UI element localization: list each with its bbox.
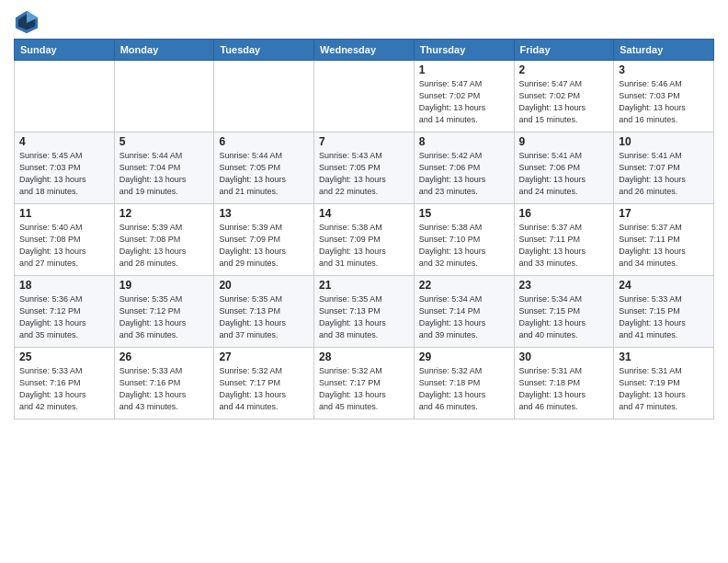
day-number: 9 [519,135,609,148]
weekday-sunday: Sunday [15,40,115,61]
calendar-cell: 27Sunrise: 5:32 AM Sunset: 7:17 PM Dayli… [214,348,314,419]
weekday-tuesday: Tuesday [214,40,314,61]
day-number: 7 [319,135,409,148]
day-number: 26 [119,350,210,363]
calendar-cell: 15Sunrise: 5:38 AM Sunset: 7:10 PM Dayli… [414,204,514,276]
day-info: Sunrise: 5:35 AM Sunset: 7:13 PM Dayligh… [219,293,309,341]
calendar-cell: 8Sunrise: 5:42 AM Sunset: 7:06 PM Daylig… [414,132,514,204]
day-info: Sunrise: 5:32 AM Sunset: 7:18 PM Dayligh… [419,365,509,413]
calendar-cell: 6Sunrise: 5:44 AM Sunset: 7:05 PM Daylig… [214,132,314,204]
calendar-cell: 2Sunrise: 5:47 AM Sunset: 7:02 PM Daylig… [514,61,614,132]
day-number: 23 [519,279,609,292]
day-info: Sunrise: 5:36 AM Sunset: 7:12 PM Dayligh… [19,293,109,341]
day-number: 1 [419,63,509,76]
day-number: 5 [119,135,210,148]
calendar-cell: 22Sunrise: 5:34 AM Sunset: 7:14 PM Dayli… [414,276,514,348]
day-number: 29 [419,350,509,363]
week-row-3: 18Sunrise: 5:36 AM Sunset: 7:12 PM Dayli… [15,276,714,348]
calendar-cell: 9Sunrise: 5:41 AM Sunset: 7:06 PM Daylig… [514,132,614,204]
day-number: 4 [19,135,109,148]
calendar-cell: 10Sunrise: 5:41 AM Sunset: 7:07 PM Dayli… [614,132,714,204]
calendar-cell: 17Sunrise: 5:37 AM Sunset: 7:11 PM Dayli… [614,204,714,276]
calendar-cell: 21Sunrise: 5:35 AM Sunset: 7:13 PM Dayli… [314,276,415,348]
calendar-cell: 18Sunrise: 5:36 AM Sunset: 7:12 PM Dayli… [15,276,115,348]
day-number: 20 [219,279,309,292]
week-row-2: 11Sunrise: 5:40 AM Sunset: 7:08 PM Dayli… [15,204,714,276]
day-info: Sunrise: 5:39 AM Sunset: 7:08 PM Dayligh… [119,222,210,270]
day-info: Sunrise: 5:34 AM Sunset: 7:14 PM Dayligh… [419,293,509,341]
calendar-cell: 31Sunrise: 5:31 AM Sunset: 7:19 PM Dayli… [614,348,714,419]
day-number: 14 [319,207,409,220]
calendar-cell [314,61,415,132]
day-info: Sunrise: 5:37 AM Sunset: 7:11 PM Dayligh… [519,222,609,270]
weekday-wednesday: Wednesday [314,40,415,61]
day-info: Sunrise: 5:34 AM Sunset: 7:15 PM Dayligh… [519,293,609,341]
day-number: 22 [419,279,509,292]
calendar-cell: 13Sunrise: 5:39 AM Sunset: 7:09 PM Dayli… [214,204,314,276]
day-info: Sunrise: 5:38 AM Sunset: 7:10 PM Dayligh… [419,222,509,270]
week-row-0: 1Sunrise: 5:47 AM Sunset: 7:02 PM Daylig… [15,61,714,132]
logo [14,9,43,35]
day-number: 19 [119,279,210,292]
day-info: Sunrise: 5:39 AM Sunset: 7:09 PM Dayligh… [219,222,309,270]
calendar-cell: 7Sunrise: 5:43 AM Sunset: 7:05 PM Daylig… [314,132,415,204]
day-info: Sunrise: 5:43 AM Sunset: 7:05 PM Dayligh… [319,150,409,198]
calendar-cell: 14Sunrise: 5:38 AM Sunset: 7:09 PM Dayli… [314,204,415,276]
day-number: 28 [319,350,409,363]
day-number: 31 [619,350,709,363]
day-number: 2 [519,63,609,76]
calendar-cell: 26Sunrise: 5:33 AM Sunset: 7:16 PM Dayli… [114,348,214,419]
calendar-cell: 23Sunrise: 5:34 AM Sunset: 7:15 PM Dayli… [514,276,614,348]
day-info: Sunrise: 5:33 AM Sunset: 7:15 PM Dayligh… [619,293,709,341]
day-number: 6 [219,135,309,148]
calendar-cell: 25Sunrise: 5:33 AM Sunset: 7:16 PM Dayli… [15,348,115,419]
calendar-cell: 3Sunrise: 5:46 AM Sunset: 7:03 PM Daylig… [614,61,714,132]
day-info: Sunrise: 5:32 AM Sunset: 7:17 PM Dayligh… [319,365,409,413]
day-info: Sunrise: 5:32 AM Sunset: 7:17 PM Dayligh… [219,365,309,413]
calendar-cell [15,61,115,132]
weekday-monday: Monday [114,40,214,61]
day-info: Sunrise: 5:35 AM Sunset: 7:13 PM Dayligh… [319,293,409,341]
day-info: Sunrise: 5:46 AM Sunset: 7:03 PM Dayligh… [619,78,709,126]
weekday-header-row: SundayMondayTuesdayWednesdayThursdayFrid… [15,40,714,61]
day-number: 17 [619,207,709,220]
day-number: 24 [619,279,709,292]
weekday-saturday: Saturday [614,40,714,61]
day-number: 8 [419,135,509,148]
calendar-cell: 12Sunrise: 5:39 AM Sunset: 7:08 PM Dayli… [114,204,214,276]
day-info: Sunrise: 5:33 AM Sunset: 7:16 PM Dayligh… [119,365,210,413]
day-info: Sunrise: 5:42 AM Sunset: 7:06 PM Dayligh… [419,150,509,198]
day-info: Sunrise: 5:41 AM Sunset: 7:07 PM Dayligh… [619,150,709,198]
day-number: 30 [519,350,609,363]
calendar-cell: 30Sunrise: 5:31 AM Sunset: 7:18 PM Dayli… [514,348,614,419]
weekday-friday: Friday [514,40,614,61]
day-number: 16 [519,207,609,220]
calendar-cell: 4Sunrise: 5:45 AM Sunset: 7:03 PM Daylig… [15,132,115,204]
logo-icon [14,9,40,35]
calendar-cell: 11Sunrise: 5:40 AM Sunset: 7:08 PM Dayli… [15,204,115,276]
week-row-4: 25Sunrise: 5:33 AM Sunset: 7:16 PM Dayli… [15,348,714,419]
day-info: Sunrise: 5:40 AM Sunset: 7:08 PM Dayligh… [19,222,109,270]
day-number: 18 [19,279,109,292]
day-number: 27 [219,350,309,363]
day-info: Sunrise: 5:44 AM Sunset: 7:05 PM Dayligh… [219,150,309,198]
day-number: 21 [319,279,409,292]
day-number: 11 [19,207,109,220]
day-info: Sunrise: 5:47 AM Sunset: 7:02 PM Dayligh… [419,78,509,126]
day-number: 25 [19,350,109,363]
day-info: Sunrise: 5:44 AM Sunset: 7:04 PM Dayligh… [119,150,210,198]
calendar-cell [114,61,214,132]
day-info: Sunrise: 5:33 AM Sunset: 7:16 PM Dayligh… [19,365,109,413]
calendar-cell: 20Sunrise: 5:35 AM Sunset: 7:13 PM Dayli… [214,276,314,348]
weekday-thursday: Thursday [414,40,514,61]
calendar-cell: 16Sunrise: 5:37 AM Sunset: 7:11 PM Dayli… [514,204,614,276]
calendar-cell [214,61,314,132]
day-info: Sunrise: 5:38 AM Sunset: 7:09 PM Dayligh… [319,222,409,270]
day-info: Sunrise: 5:37 AM Sunset: 7:11 PM Dayligh… [619,222,709,270]
day-number: 13 [219,207,309,220]
day-number: 12 [119,207,210,220]
header [14,9,714,35]
calendar-body: 1Sunrise: 5:47 AM Sunset: 7:02 PM Daylig… [15,61,714,419]
day-info: Sunrise: 5:45 AM Sunset: 7:03 PM Dayligh… [19,150,109,198]
day-info: Sunrise: 5:41 AM Sunset: 7:06 PM Dayligh… [519,150,609,198]
